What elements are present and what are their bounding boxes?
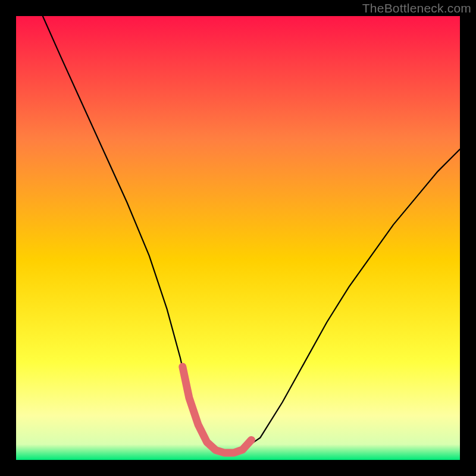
gradient-background	[16, 16, 460, 460]
chart-frame	[16, 16, 460, 460]
watermark-text: TheBottleneck.com	[362, 1, 471, 15]
bottleneck-chart	[16, 16, 460, 460]
